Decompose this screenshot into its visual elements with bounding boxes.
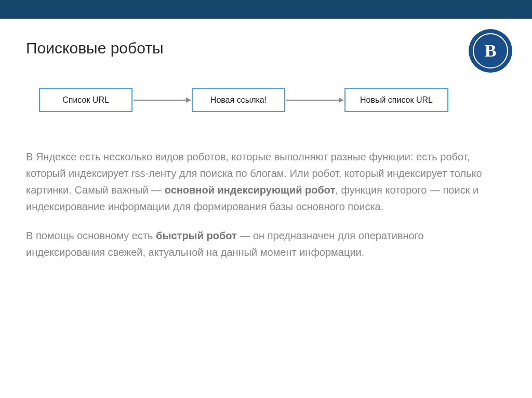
top-bar: [0, 0, 532, 19]
slide-content: В Поисковые роботы Список URL Новая ссыл…: [0, 19, 532, 260]
flow-diagram: Список URL Новая ссылка! Новый список UR…: [39, 88, 506, 112]
hse-logo: В: [469, 29, 512, 73]
bold-main-robot: основной индексирующий робот: [165, 184, 336, 196]
page-title: Поисковые роботы: [26, 39, 506, 57]
diagram-box-url-list: Список URL: [39, 88, 132, 112]
paragraph-2: В помощь основному есть быстрый робот — …: [26, 227, 504, 260]
bold-fast-robot: быстрый робот: [156, 230, 237, 241]
text-span: В помощь основному есть: [26, 230, 156, 241]
diagram-box-new-link: Новая ссылка!: [192, 88, 285, 112]
hse-logo-letter: В: [473, 33, 508, 68]
paragraph-1: В Яндексе есть несколько видов роботов, …: [26, 148, 504, 215]
diagram-box-new-url-list: Новый список URL: [344, 88, 448, 112]
arrow-icon: [286, 100, 343, 101]
arrow-icon: [134, 100, 191, 101]
